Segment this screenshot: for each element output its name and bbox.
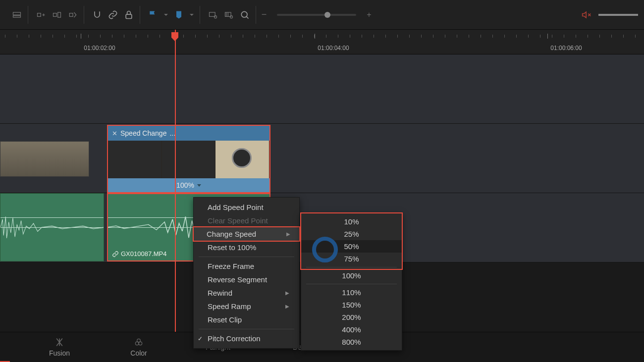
- clip-ellipsis: ...: [169, 129, 175, 137]
- video-clip-previous[interactable]: [0, 141, 89, 177]
- mute-icon[interactable]: [581, 9, 592, 21]
- menu-item-label: Pitch Correction: [208, 334, 261, 343]
- selection-tool-icon[interactable]: [11, 9, 23, 21]
- speed-option-110[interactable]: 110%: [301, 286, 402, 299]
- chevron-down-icon: [197, 184, 201, 187]
- speed-option-800[interactable]: 800%: [301, 336, 402, 348]
- chevron-right-icon: ▶: [285, 290, 289, 296]
- ruler-label: 01:00:06:00: [550, 45, 582, 52]
- speed-option-200[interactable]: 200%: [301, 311, 402, 323]
- overwrite-tool-icon[interactable]: [51, 9, 63, 21]
- speed-option-50[interactable]: 50%: [301, 240, 402, 253]
- menu-item-label: Speed Ramp: [208, 302, 251, 310]
- insert-tool-icon[interactable]: [35, 9, 47, 21]
- check-icon: ✓: [198, 335, 203, 342]
- context-menu: Add Speed PointClear Speed PointChange S…: [193, 197, 300, 349]
- menu-item-label: Clear Speed Point: [208, 216, 268, 225]
- tab-fusion[interactable]: Fusion: [20, 333, 99, 361]
- audio-clip-label: GX010087.MP4: [112, 250, 167, 258]
- svg-point-8: [215, 15, 217, 18]
- menu-item-label: Freeze Frame: [208, 262, 254, 270]
- menu-item-add-speed-point[interactable]: Add Speed Point: [194, 201, 299, 214]
- speed-option-400[interactable]: 400%: [301, 323, 402, 336]
- menu-item-label: Reverse Segment: [208, 275, 267, 284]
- zoom-fit-icon[interactable]: [207, 9, 219, 21]
- volume-slider[interactable]: [598, 14, 638, 16]
- menu-item-reset-clip[interactable]: Reset Clip: [194, 313, 299, 326]
- link-icon[interactable]: [107, 9, 119, 21]
- video-track[interactable]: ✕ Speed Change ... 100%: [0, 124, 644, 193]
- clip-header: ✕ Speed Change ...: [108, 126, 269, 141]
- marker-dropdown-icon[interactable]: [189, 9, 195, 21]
- menu-item-change-speed[interactable]: Change Speed▶: [193, 226, 300, 242]
- empty-track[interactable]: [0, 54, 644, 124]
- ruler-label: 01:00:02:00: [84, 45, 115, 52]
- zoom-plus[interactable]: +: [363, 9, 375, 21]
- replace-tool-icon[interactable]: [67, 9, 79, 21]
- speed-option-75[interactable]: 75%: [301, 253, 402, 265]
- svg-line-14: [246, 16, 248, 18]
- audio-filename: GX010087.MP4: [121, 250, 167, 258]
- speed-option-25[interactable]: 25%: [301, 228, 402, 240]
- zoom-slider[interactable]: [277, 14, 356, 16]
- clip-speed-footer[interactable]: 100%: [108, 178, 269, 192]
- chevron-right-icon: ▶: [286, 231, 290, 237]
- clip-title: Speed Change: [120, 129, 166, 137]
- chevron-right-icon: ▶: [285, 304, 289, 309]
- menu-item-pitch-correction[interactable]: Pitch Correction✓: [194, 332, 299, 345]
- menu-item-label: Reset Clip: [208, 315, 242, 324]
- timeline-ruler[interactable]: 01:00:02:0001:00:04:0001:00:06:00: [0, 30, 644, 54]
- svg-rect-3: [54, 13, 57, 16]
- snap-icon[interactable]: [91, 9, 103, 21]
- menu-item-label: Reset to 100%: [208, 243, 256, 252]
- menu-item-label: Add Speed Point: [208, 203, 264, 211]
- svg-rect-2: [38, 13, 41, 16]
- flag-dropdown-icon[interactable]: [163, 9, 169, 21]
- tab-label: Color: [130, 349, 147, 357]
- menu-item-label: Change Speed: [207, 230, 256, 238]
- lock-icon[interactable]: [123, 9, 135, 21]
- marker-icon[interactable]: [173, 9, 185, 21]
- zoom-detail-icon[interactable]: [223, 9, 235, 21]
- ruler-label: 01:00:04:00: [318, 45, 349, 52]
- toolbar: − +: [0, 0, 644, 30]
- menu-item-reset-to-100%[interactable]: Reset to 100%: [194, 241, 299, 254]
- clip-thumbnails: [108, 141, 269, 178]
- svg-rect-5: [69, 13, 73, 16]
- menu-item-rewind[interactable]: Rewind▶: [194, 286, 299, 300]
- menu-item-clear-speed-point: Clear Speed Point: [194, 214, 299, 227]
- svg-point-13: [241, 11, 247, 17]
- tab-color[interactable]: Color: [99, 333, 178, 361]
- svg-rect-6: [126, 14, 132, 18]
- close-icon[interactable]: ✕: [112, 130, 117, 137]
- tab-label: Fusion: [49, 349, 70, 357]
- svg-rect-4: [58, 12, 61, 17]
- svg-point-19: [139, 342, 142, 345]
- svg-rect-1: [13, 15, 21, 17]
- menu-item-speed-ramp[interactable]: Speed Ramp▶: [194, 300, 299, 313]
- menu-item-label: Rewind: [208, 289, 232, 297]
- svg-rect-7: [210, 12, 215, 16]
- video-clip-selected[interactable]: ✕ Speed Change ... 100%: [107, 125, 270, 193]
- svg-point-18: [135, 342, 139, 345]
- clip-speed-value: 100%: [176, 181, 194, 189]
- zoom-custom-icon[interactable]: [239, 9, 251, 21]
- speed-submenu: 10%25%50%75%100%110%150%200%400%800%: [301, 213, 402, 351]
- speed-option-100[interactable]: 100%: [301, 269, 402, 282]
- speed-option-150[interactable]: 150%: [301, 299, 402, 311]
- zoom-slider-thumb[interactable]: [324, 12, 330, 18]
- svg-rect-0: [13, 12, 21, 15]
- menu-item-freeze-frame[interactable]: Freeze Frame: [194, 259, 299, 273]
- svg-point-10: [230, 15, 233, 18]
- flag-icon[interactable]: [147, 9, 159, 21]
- menu-item-reverse-segment[interactable]: Reverse Segment: [194, 273, 299, 286]
- audio-clip-previous[interactable]: [0, 193, 104, 261]
- speed-option-10[interactable]: 10%: [301, 215, 402, 228]
- zoom-minus[interactable]: −: [258, 9, 270, 21]
